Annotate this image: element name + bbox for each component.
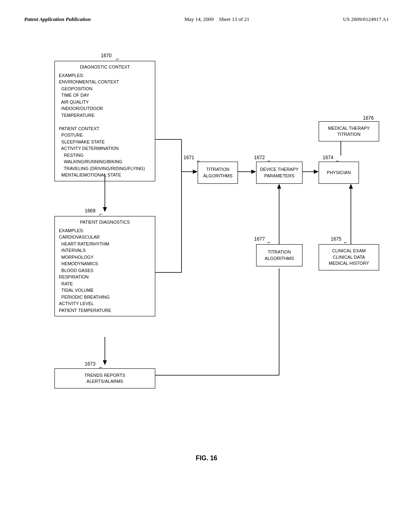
titration-algorithms-2-label: TITRATIONALGORITHMS <box>265 249 294 262</box>
svg-marker-15 <box>277 184 281 189</box>
svg-marker-5 <box>193 170 198 174</box>
diagnostic-context-title: DIAGNOSTIC CONTEXT <box>59 64 151 71</box>
svg-marker-1 <box>103 207 107 212</box>
label-1673: 1673 <box>85 361 96 367</box>
titration-algorithms-1-box: TITRATIONALGORITHMS <box>198 162 238 184</box>
header-right: US 2009/0124917 A1 <box>343 16 389 23</box>
page-header: Patent Application Publication May 14, 2… <box>24 16 389 23</box>
trends-reports-box: TRENDS REPORTSALERTS/ALARMS <box>54 368 155 389</box>
trends-reports-label: TRENDS REPORTSALERTS/ALARMS <box>84 372 125 385</box>
label-1676: 1676 <box>363 115 374 121</box>
physician-label: PHYSICIAN <box>327 170 350 176</box>
header-left: Patent Application Publication <box>24 16 91 23</box>
clinical-exam-label: CLINICAL EXAMCLINICAL DATAMEDICAL HISTOR… <box>329 248 369 266</box>
label-1674: 1674 <box>323 155 334 160</box>
header-center: May 14, 2009 Sheet 13 of 21 <box>184 16 249 23</box>
label-1671: 1671 <box>184 155 194 160</box>
clinical-exam-box: CLINICAL EXAMCLINICAL DATAMEDICAL HISTOR… <box>319 244 379 270</box>
physician-box: PHYSICIAN <box>319 162 359 184</box>
label-1672: 1672 <box>254 155 265 160</box>
label-1669: 1669 <box>85 208 96 214</box>
svg-marker-17 <box>349 184 353 189</box>
diagnostic-context-box: DIAGNOSTIC CONTEXT EXAMPLES: ENVIRONMENT… <box>54 61 155 181</box>
label-1675: 1675 <box>331 236 342 242</box>
titration-algorithms-1-label: TITRATIONALGORITHMS <box>203 166 233 179</box>
medical-therapy-titration-label: MEDICAL THERAPYTITRATION <box>328 125 369 138</box>
device-therapy-parameters-box: DEVICE THERAPYPARAMETERS <box>256 162 302 184</box>
label-1677: 1677 <box>254 236 265 242</box>
medical-therapy-titration-box: MEDICAL THERAPYTITRATION <box>319 121 379 141</box>
patient-diagnostics-content: EXAMPLES: CARDIOVASCULAR HEART RATE/RHYT… <box>59 227 151 314</box>
page: Patent Application Publication May 14, 2… <box>0 0 413 532</box>
device-therapy-parameters-label: DEVICE THERAPYPARAMETERS <box>260 166 299 179</box>
patient-diagnostics-box: PATIENT DIAGNOSTICS EXAMPLES: CARDIOVASC… <box>54 216 155 316</box>
svg-marker-11 <box>314 170 319 174</box>
figure-caption: FIG. 16 <box>196 455 217 462</box>
label-1670: 1670 <box>101 53 112 58</box>
svg-marker-9 <box>251 170 256 174</box>
patient-diagnostics-title: PATIENT DIAGNOSTICS <box>59 219 151 226</box>
diagnostic-context-content: EXAMPLES: ENVIRONMENTAL CONTEXT GEOPOSIT… <box>59 72 151 179</box>
diagram: 1670 ⌐ DIAGNOSTIC CONTEXT EXAMPLES: ENVI… <box>24 31 389 474</box>
titration-algorithms-2-box: TITRATIONALGORITHMS <box>256 244 302 266</box>
svg-marker-19 <box>103 360 107 365</box>
